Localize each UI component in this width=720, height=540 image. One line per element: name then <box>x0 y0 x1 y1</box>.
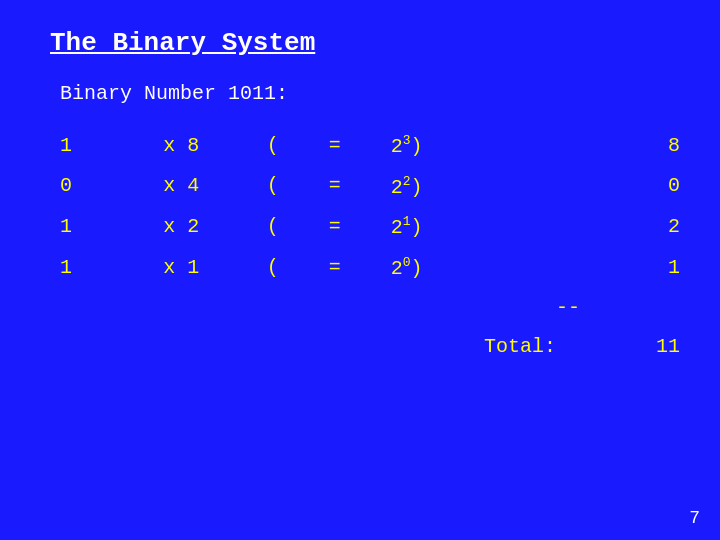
result-cell: 8 <box>556 125 680 166</box>
page-number: 7 <box>689 508 700 528</box>
total-value-cell: 11 <box>556 327 680 366</box>
multiply-cell: x 2 <box>163 206 266 247</box>
eq-cell: = <box>329 206 391 247</box>
power-cell: 20) <box>391 247 556 288</box>
total-label-cell: Total: <box>60 327 556 366</box>
multiply-cell: x 4 <box>163 166 266 207</box>
digit-cell: 0 <box>60 166 163 207</box>
paren-cell: ( <box>267 247 329 288</box>
binary-number-label: Binary Number 1011: <box>60 82 670 105</box>
power-cell: 22) <box>391 166 556 207</box>
slide-title: The Binary System <box>50 28 670 58</box>
total-label <box>60 288 556 327</box>
eq-cell: = <box>329 125 391 166</box>
paren-cell: ( <box>267 125 329 166</box>
power-cell: 21) <box>391 206 556 247</box>
digit-cell: 1 <box>60 206 163 247</box>
paren-cell: ( <box>267 166 329 207</box>
result-cell: 2 <box>556 206 680 247</box>
digit-cell: 1 <box>60 125 163 166</box>
eq-cell: = <box>329 166 391 207</box>
power-cell: 23) <box>391 125 556 166</box>
paren-cell: ( <box>267 206 329 247</box>
result-cell: 1 <box>556 247 680 288</box>
slide: The Binary System Binary Number 1011: 1 … <box>0 0 720 540</box>
table-row: 1 x 1 ( = 20) 1 <box>60 247 680 288</box>
divider-cell: -- <box>556 288 680 327</box>
total-row: Total: 11 <box>60 327 680 366</box>
result-cell: 0 <box>556 166 680 207</box>
table-row: 1 x 2 ( = 21) 2 <box>60 206 680 247</box>
binary-table: 1 x 8 ( = 23) 8 0 x 4 ( = 22) 0 1 x 2 ( … <box>60 125 680 366</box>
multiply-cell: x 1 <box>163 247 266 288</box>
multiply-cell: x 8 <box>163 125 266 166</box>
table-row: 1 x 8 ( = 23) 8 <box>60 125 680 166</box>
divider-row: -- <box>60 288 680 327</box>
table-row: 0 x 4 ( = 22) 0 <box>60 166 680 207</box>
digit-cell: 1 <box>60 247 163 288</box>
eq-cell: = <box>329 247 391 288</box>
